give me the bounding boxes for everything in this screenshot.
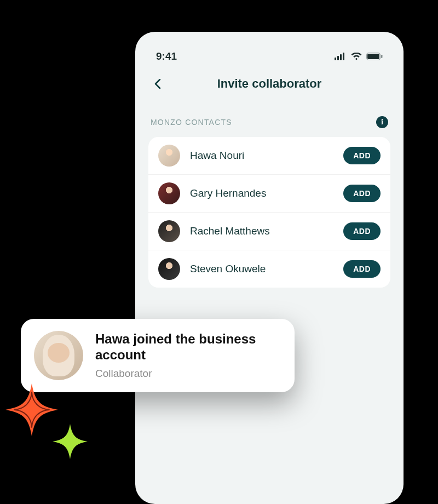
svg-rect-2 — [340, 54, 342, 60]
cellular-icon — [335, 53, 347, 60]
chevron-left-icon — [154, 79, 161, 89]
screen-header: Invite collaborator — [135, 66, 404, 96]
status-time: 9:41 — [156, 50, 177, 62]
contact-name: Rachel Matthews — [180, 225, 343, 237]
add-button[interactable]: ADD — [343, 260, 381, 278]
contact-row: Steven Okuwele ADD — [148, 250, 390, 288]
add-button[interactable]: ADD — [343, 147, 381, 164]
contacts-card: Hawa Nouri ADD Gary Hernandes ADD Rachel… — [148, 137, 390, 288]
phone-frame: 9:41 Invite collaborator MONZO CONTACTS … — [135, 32, 404, 504]
toast-card: Hawa joined the business account Collabo… — [21, 319, 295, 392]
avatar — [34, 331, 83, 380]
contact-row: Hawa Nouri ADD — [148, 137, 390, 174]
avatar — [158, 145, 180, 167]
info-icon[interactable]: i — [376, 116, 388, 128]
contact-row: Gary Hernandes ADD — [148, 174, 390, 212]
status-icons — [335, 53, 383, 60]
avatar — [158, 220, 180, 242]
avatar — [158, 182, 180, 204]
section-label: MONZO CONTACTS — [151, 118, 232, 127]
back-button[interactable] — [151, 77, 165, 91]
contact-name: Gary Hernandes — [180, 187, 343, 199]
contact-name: Steven Okuwele — [180, 263, 343, 275]
status-bar: 9:41 — [135, 47, 404, 66]
avatar — [158, 258, 180, 280]
toast-title: Hawa joined the business account — [95, 331, 281, 363]
toast-text: Hawa joined the business account Collabo… — [95, 331, 281, 380]
battery-icon — [366, 53, 383, 60]
page-title: Invite collaborator — [165, 77, 374, 91]
sparkle-orange-icon — [5, 383, 58, 436]
section-header: MONZO CONTACTS i — [135, 96, 404, 135]
svg-rect-3 — [343, 53, 344, 60]
toast-subtitle: Collaborator — [95, 368, 281, 380]
wifi-icon — [351, 53, 362, 60]
sparkle-green-icon — [53, 424, 88, 459]
svg-rect-1 — [337, 56, 339, 60]
add-button[interactable]: ADD — [343, 222, 381, 240]
svg-rect-6 — [381, 55, 383, 58]
contact-row: Rachel Matthews ADD — [148, 212, 390, 250]
contact-name: Hawa Nouri — [180, 150, 343, 162]
add-button[interactable]: ADD — [343, 185, 381, 202]
svg-rect-5 — [367, 54, 379, 59]
svg-rect-0 — [335, 58, 336, 60]
